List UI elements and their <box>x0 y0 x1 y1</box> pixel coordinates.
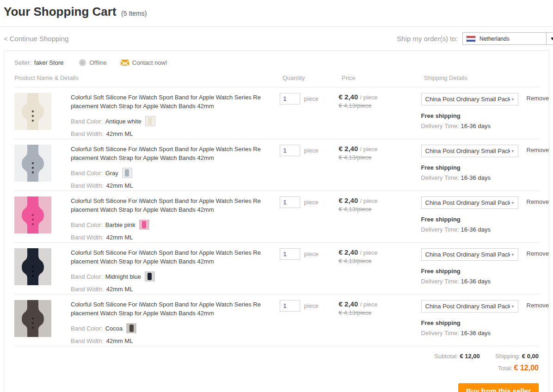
subtotal-value: € 12,00 <box>460 353 479 360</box>
product-title[interactable]: Colorful Soft Silicone For iWatch Sport … <box>71 196 263 214</box>
free-shipping-label: Free shipping <box>421 164 527 171</box>
seller-label: Seller: <box>14 59 31 66</box>
quantity-input[interactable] <box>280 300 300 312</box>
current-price: € 2,40 / piece <box>339 248 411 256</box>
seller-bar: Seller: faker Store Offline Contact now! <box>4 51 549 73</box>
price-cell: € 2,40 / piece € 4,13/piece <box>329 93 411 109</box>
country-select[interactable]: Netherlands ▼ <box>462 32 553 45</box>
band-color-row: Band Color: Barbie pink <box>71 220 263 230</box>
band-color-swatch <box>139 220 149 230</box>
shipping-cell: China Post Ordinary Small Packet ▾ Free … <box>411 93 527 129</box>
price-cell: € 2,40 / piece € 4,13/piece <box>329 196 411 213</box>
continue-shopping-link[interactable]: <Continue Shopping <box>4 35 68 43</box>
remove-cell: Remove <box>527 196 549 206</box>
total-label: Total: <box>498 365 512 372</box>
band-color-row: Band Color: Antique white <box>71 116 263 126</box>
band-color-value: Cocoa <box>105 325 123 332</box>
page-title: Your Shopping Cart <box>4 5 117 18</box>
delivery-time-label: Delivery Time: <box>421 330 459 337</box>
product-image[interactable] <box>14 248 51 285</box>
subtotal-label: Subtotal: <box>434 353 458 360</box>
original-price: € 4,13/piece <box>339 309 411 316</box>
band-width-row: Band Width: 42mm ML <box>71 234 263 241</box>
column-headers: Product Name & Details Quantity Price Sh… <box>4 73 549 87</box>
remove-button[interactable]: Remove <box>527 250 549 257</box>
quantity-input[interactable] <box>280 93 300 104</box>
per-piece-label: / piece <box>360 249 377 256</box>
select-arrow-icon: ▾ <box>512 97 514 102</box>
band-color-label: Band Color: <box>71 221 103 228</box>
free-shipping-label: Free shipping <box>421 268 527 275</box>
remove-cell: Remove <box>527 248 549 257</box>
remove-button[interactable]: Remove <box>527 198 549 205</box>
product-details: Colorful Soft Silicone For iWatch Sport … <box>71 93 270 137</box>
free-shipping-label: Free shipping <box>421 319 527 326</box>
per-piece-label: / piece <box>360 94 377 101</box>
product-image[interactable] <box>14 196 51 233</box>
band-width-row: Band Width: 42mm ML <box>71 182 263 189</box>
quantity-cell: piece <box>270 196 329 208</box>
delivery-time-label: Delivery Time: <box>421 174 459 181</box>
seller-name[interactable]: faker Store <box>34 59 64 66</box>
seller-panel: Seller: faker Store Offline Contact now!… <box>4 50 549 392</box>
product-title[interactable]: Colorful Soft Silicone For iWatch Sport … <box>71 300 263 318</box>
unit-label: piece <box>304 251 319 257</box>
quantity-input[interactable] <box>280 248 300 260</box>
shipping-method-select[interactable]: China Post Ordinary Small Packet ▾ <box>421 93 518 105</box>
product-image[interactable] <box>14 300 51 337</box>
cart-item-row: Colorful Soft Silicone For iWatch Sport … <box>4 243 549 294</box>
remove-button[interactable]: Remove <box>527 147 549 153</box>
dropdown-arrow-icon: ▼ <box>546 33 553 44</box>
watch-band-graphic <box>14 93 51 130</box>
quantity-input[interactable] <box>280 196 300 208</box>
band-width-row: Band Width: 42mm ML <box>71 130 263 137</box>
select-arrow-icon: ▾ <box>512 148 514 153</box>
delivery-time-row: Delivery Time: 16-36 days <box>421 330 527 337</box>
product-title[interactable]: Colorful Soft Silicone For iWatch Sport … <box>71 93 263 110</box>
offline-status-icon <box>79 59 86 66</box>
shipping-cell: China Post Ordinary Small Packet ▾ Free … <box>411 248 527 285</box>
cart-item-row: Colorful Soft Silicone For iWatch Sport … <box>4 87 549 139</box>
band-color-row: Band Color: Midnight blue <box>71 271 263 282</box>
product-title[interactable]: Colorful Soft Silicone For iWatch Sport … <box>71 248 263 266</box>
shipping-method-select[interactable]: China Post Ordinary Small Packet ▾ <box>421 300 518 312</box>
buy-from-seller-button[interactable]: Buy from this seller <box>458 383 539 392</box>
shipping-method-select[interactable]: China Post Ordinary Small Packet ▾ <box>421 145 518 157</box>
shipping-method-select[interactable]: China Post Ordinary Small Packet ▾ <box>421 196 518 209</box>
delivery-time-label: Delivery Time: <box>421 226 459 233</box>
band-color-label: Band Color: <box>71 325 103 332</box>
product-image[interactable] <box>14 93 51 130</box>
unit-label: piece <box>304 147 319 154</box>
current-price: € 2,40 / piece <box>339 93 411 101</box>
toolbar: <Continue Shopping Ship my order(s) to: … <box>0 27 553 50</box>
current-price: € 2,40 / piece <box>339 196 411 204</box>
band-color-swatch <box>145 116 155 126</box>
col-header-quantity: Quantity <box>272 74 332 81</box>
band-color-label: Band Color: <box>71 273 103 280</box>
ship-to-section: Ship my order(s) to: Netherlands ▼ <box>397 32 553 45</box>
col-header-product: Product Name & Details <box>14 74 272 81</box>
watch-band-graphic <box>14 196 51 233</box>
band-width-row: Band Width: 42mm ML <box>71 286 263 293</box>
contact-now-link[interactable]: Contact now! <box>132 59 167 66</box>
remove-button[interactable]: Remove <box>527 302 549 309</box>
product-image[interactable] <box>14 145 51 182</box>
quantity-cell: piece <box>270 93 329 104</box>
product-cell: Colorful Soft Silicone For iWatch Sport … <box>14 93 270 137</box>
shipping-method-select[interactable]: China Post Ordinary Small Packet ▾ <box>421 248 518 261</box>
delivery-time-row: Delivery Time: 16-36 days <box>421 278 527 285</box>
remove-button[interactable]: Remove <box>527 95 549 102</box>
quantity-input[interactable] <box>280 145 300 156</box>
delivery-time-row: Delivery Time: 16-36 days <box>421 122 527 129</box>
band-width-label: Band Width: <box>71 130 104 137</box>
original-price: € 4,13/piece <box>339 102 411 109</box>
cart-item-row: Colorful Soft Silicone For iWatch Sport … <box>4 294 549 346</box>
shipping-method-value: China Post Ordinary Small Packet <box>425 303 510 310</box>
remove-cell: Remove <box>527 93 549 102</box>
totals-section: Subtotal: € 12,00 Shipping: € 0,00 Total… <box>4 346 549 372</box>
product-title[interactable]: Colorful Soft Silicone For iWatch Sport … <box>71 145 263 162</box>
shipping-cell: China Post Ordinary Small Packet ▾ Free … <box>411 145 527 181</box>
delivery-time-value: 16-36 days <box>461 330 491 337</box>
band-width-value: 42mm ML <box>106 234 133 241</box>
total-value: € 12,00 <box>514 364 539 372</box>
